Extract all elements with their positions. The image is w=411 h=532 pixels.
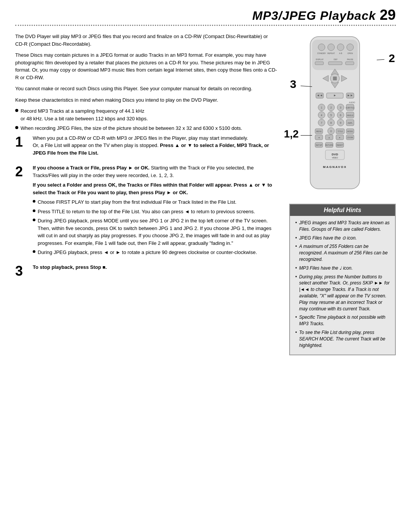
hint-item-5: During play, press the Number buttons to… <box>295 274 390 312</box>
svg-text:►: ► <box>339 136 341 139</box>
svg-text:0: 0 <box>330 130 332 133</box>
svg-point-7 <box>337 44 344 51</box>
svg-rect-18 <box>346 62 354 65</box>
remote-container: 2 3 1,2 <box>301 33 384 194</box>
svg-text:RETURN: RETURN <box>325 144 333 146</box>
step-2: 2 If you choose a Track or File, press P… <box>15 164 278 258</box>
svg-text:SUBTITLE: SUBTITLE <box>346 107 355 109</box>
svg-text:►►: ►► <box>347 94 353 97</box>
hint-item-2: JPEG Files have the ⊙ icon. <box>295 235 390 241</box>
svg-text:7: 7 <box>321 121 322 124</box>
intro-para-4: Keep these characteristics in mind when … <box>15 96 278 104</box>
page-header: MP3/JPEG Playback 29 <box>0 0 411 25</box>
svg-point-8 <box>347 44 354 51</box>
svg-text:MENU: MENU <box>316 130 322 133</box>
svg-text:PAUSE: PAUSE <box>347 58 354 61</box>
svg-text:9: 9 <box>340 121 341 124</box>
svg-text:STANDBY: STANDBY <box>317 52 326 54</box>
step-1-content: When you put a CD-RW or CD-R with MP3 or… <box>33 134 278 159</box>
sub-bullet-3: During JPEG playback, press MODE until y… <box>33 217 278 247</box>
svg-text:►: ► <box>333 94 336 97</box>
svg-text:DVD: DVD <box>332 153 338 156</box>
step-number-3: 3 <box>15 264 29 279</box>
hint-item-3: A maximum of 255 Folders can be recogniz… <box>295 243 390 262</box>
hints-title: Helpful Hints <box>290 204 395 216</box>
svg-point-6 <box>328 44 335 51</box>
svg-point-5 <box>318 44 325 51</box>
right-column: 2 3 1,2 <box>289 33 396 355</box>
svg-text:▲: ▲ <box>328 136 330 139</box>
intro-para-3: You cannot make or record such Discs usi… <box>15 85 278 93</box>
remote-label-3: 3 <box>290 78 296 91</box>
intro-para-2: These Discs may contain pictures in a JP… <box>15 51 278 81</box>
bullet-text-1: Record MP3 Tracks at a sampling frequenc… <box>21 107 148 122</box>
hint-item-7: To see the File List during play, press … <box>295 329 390 348</box>
svg-text:AUDIO: AUDIO <box>349 101 355 104</box>
svg-text:DEF: DEF <box>334 58 338 61</box>
sub-bullet-2: Press TITLE to return to the top of the … <box>33 208 278 216</box>
sub-bullet-4: During JPEG playback, press ◄ or ► to ro… <box>33 249 278 256</box>
remote-label-12: 1,2 <box>284 128 299 140</box>
intro-para-1: The DVD Player will play MP3 or JPEG fil… <box>15 33 278 48</box>
svg-text:5: 5 <box>330 114 332 117</box>
svg-text:SETUP: SETUP <box>316 144 322 146</box>
svg-text:MODE: MODE <box>347 130 354 133</box>
remote-svg: STANDBY REPEAT A·B OPEN DISPLAY DEF PAUS… <box>301 33 369 193</box>
svg-text:1: 1 <box>321 106 322 109</box>
svg-text:◄◄: ◄◄ <box>317 94 323 97</box>
hint-item-1: JPEG images and MP3 Tracks are known as … <box>295 220 390 233</box>
hint-item-4: MP3 Files have the ♩ icon. <box>295 265 390 272</box>
bullet-text-2: When recording JPEG Files, the size of t… <box>21 125 242 132</box>
bullet-item-2: When recording JPEG Files, the size of t… <box>15 125 278 132</box>
svg-text:A·B: A·B <box>339 52 342 54</box>
svg-text:6: 6 <box>340 114 341 117</box>
sub-bullet-1: Choose FIRST PLAY to start play from the… <box>33 198 278 206</box>
svg-rect-17 <box>328 62 342 65</box>
svg-text:4: 4 <box>321 114 322 117</box>
svg-rect-24 <box>333 77 337 80</box>
step-1: 1 When you put a CD-RW or CD-R with MP3 … <box>15 134 278 159</box>
hint-item-6: Specific Time playback is not possible w… <box>295 314 390 327</box>
main-layout: The DVD Player will play MP3 or JPEG fil… <box>0 33 411 355</box>
svg-text:DISPLAY: DISPLAY <box>316 58 324 61</box>
svg-text:8: 8 <box>330 121 332 124</box>
bullet-dot-1 <box>15 109 18 112</box>
svg-rect-16 <box>315 62 323 65</box>
svg-text:ANGLE: ANGLE <box>347 114 354 117</box>
svg-text:SMART: SMART <box>336 144 343 146</box>
step-3: 3 To stop playback, press Stop ■. <box>15 264 278 279</box>
remote-label-2: 2 <box>389 52 395 65</box>
svg-text:2: 2 <box>330 106 332 109</box>
svg-text:ZOOM: ZOOM <box>347 136 353 139</box>
step-number-2: 2 <box>15 164 29 179</box>
svg-text:AMPL: AMPL <box>347 122 353 124</box>
page-number: 29 <box>380 7 396 23</box>
svg-line-0 <box>377 59 384 60</box>
hints-list: JPEG images and MP3 Tracks are known as … <box>295 220 390 348</box>
svg-text:3: 3 <box>340 106 341 109</box>
step-number-1: 1 <box>15 134 29 150</box>
svg-text:◄: ◄ <box>318 136 320 139</box>
bullet-dot-2 <box>15 126 18 129</box>
section-divider <box>15 25 396 26</box>
svg-text:MAGNAVOX: MAGNAVOX <box>323 165 347 169</box>
svg-text:OPEN: OPEN <box>347 52 353 54</box>
bullet-item-1: Record MP3 Tracks at a sampling frequenc… <box>15 107 278 122</box>
svg-text:TITLE: TITLE <box>338 130 343 133</box>
step-3-content: To stop playback, press Stop ■. <box>33 264 278 273</box>
hints-content: JPEG images and MP3 Tracks are known as … <box>290 216 395 355</box>
page-title: MP3/JPEG Playback <box>252 9 376 23</box>
hints-box: Helpful Hints JPEG images and MP3 Tracks… <box>289 204 396 355</box>
svg-text:VIDEO: VIDEO <box>332 157 338 159</box>
left-column: The DVD Player will play MP3 or JPEG fil… <box>15 33 278 355</box>
step-2-content: If you choose a Track or File, press Pla… <box>33 164 278 258</box>
svg-text:REPEAT: REPEAT <box>327 52 335 54</box>
